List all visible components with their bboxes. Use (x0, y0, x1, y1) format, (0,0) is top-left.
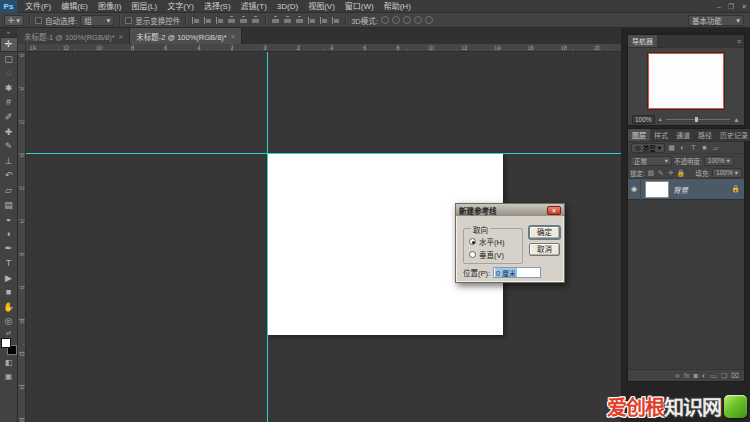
vertical-ruler[interactable]: 6420246810121416 (18, 52, 26, 422)
swap-colors-icon[interactable]: ⇄ (6, 329, 11, 337)
tool[interactable]: ↶ (0, 168, 18, 183)
filter-type-icon[interactable]: T (689, 142, 698, 154)
tool[interactable]: ⊥ (0, 154, 18, 169)
blend-mode-dropdown[interactable]: 正常 ▾ (630, 156, 672, 166)
panel-tab[interactable]: 历史记录 (716, 129, 750, 141)
restore-icon[interactable]: ❐ (728, 0, 734, 13)
filter-shape-icon[interactable]: ■ (700, 142, 709, 154)
screen-mode-icon[interactable]: ▣ (0, 370, 18, 384)
tool[interactable]: ◒ (0, 212, 18, 227)
align-vcenter-icon[interactable] (239, 16, 248, 25)
menu-item[interactable]: 帮助(H) (379, 0, 416, 13)
tab-navigator[interactable]: 导航器 (628, 35, 657, 47)
zoom-out-icon[interactable]: ▲ (658, 116, 663, 122)
cancel-button[interactable]: 取消 (529, 243, 560, 256)
3d-roll-icon[interactable] (392, 16, 400, 24)
vertical-radio[interactable] (469, 251, 476, 258)
align-top-icon[interactable] (227, 16, 236, 25)
tool[interactable]: ✎ (0, 139, 18, 154)
visibility-eye-icon[interactable]: ◉ (628, 179, 641, 200)
panel-menu-icon[interactable]: ≡ (737, 35, 744, 47)
layer-style-icon[interactable]: fx (684, 370, 689, 382)
align-bottom-icon[interactable] (251, 16, 260, 25)
dialog-title-bar[interactable]: 新建参考线 ✕ (456, 204, 564, 216)
adjustment-layer-icon[interactable]: ◐ (702, 370, 706, 382)
layer-thumbnail[interactable] (645, 181, 669, 198)
menu-item[interactable]: 3D(D) (272, 0, 303, 13)
menu-item[interactable]: 窗口(W) (340, 0, 379, 13)
align-left-icon[interactable] (191, 16, 200, 25)
lock-image-icon[interactable]: ✎ (657, 169, 665, 177)
menu-item[interactable]: 图像(I) (93, 0, 127, 13)
tool[interactable]: ✋ (0, 300, 18, 315)
filter-kind-dropdown[interactable]: ◎ 类型 ▾ (631, 143, 665, 153)
menu-item[interactable]: 文字(Y) (162, 0, 199, 13)
distribute-hcenter-icon[interactable] (319, 16, 328, 25)
new-layer-icon[interactable]: ❏ (721, 370, 727, 382)
zoom-slider[interactable] (666, 119, 730, 120)
new-group-icon[interactable]: ▭ (710, 370, 717, 382)
lock-transparency-icon[interactable]: ▨ (647, 169, 655, 177)
tool[interactable]: ◖ (0, 227, 18, 242)
tool[interactable]: ✱ (0, 81, 18, 96)
foreground-color-swatch[interactable] (1, 338, 11, 348)
3d-rotate-icon[interactable] (381, 16, 389, 24)
horizontal-radio[interactable] (469, 238, 476, 245)
menu-item[interactable]: 图层(L) (126, 0, 162, 13)
distribute-right-icon[interactable] (331, 16, 340, 25)
distribute-bottom-icon[interactable] (295, 16, 304, 25)
zoom-slider-thumb[interactable] (695, 117, 698, 122)
horizontal-ruler[interactable]: 16141210864202468101214161820 (26, 44, 621, 52)
workspace-dropdown[interactable]: 基本功能 ▾ (688, 15, 744, 26)
distribute-vcenter-icon[interactable] (283, 16, 292, 25)
close-icon[interactable]: ✕ (741, 0, 747, 13)
show-transform-checkbox[interactable] (125, 17, 132, 24)
tool[interactable]: ✚ (0, 125, 18, 140)
tool[interactable]: ■ (0, 285, 18, 300)
ok-button[interactable]: 确定 (529, 226, 560, 239)
document-tab-1[interactable]: 未标题-1 @ 100%(RGB/8)* × (18, 28, 130, 44)
menu-item[interactable]: 文件(F) (20, 0, 56, 13)
align-right-icon[interactable] (215, 16, 224, 25)
distribute-top-icon[interactable] (271, 16, 280, 25)
panel-tab[interactable]: 路径 (694, 129, 716, 141)
tool[interactable]: ✛ (0, 37, 18, 52)
auto-select-dropdown[interactable]: 组 ▾ (80, 15, 114, 26)
tool[interactable]: ◎ (0, 314, 18, 329)
layer-row-background[interactable]: ◉ 背景 🔒 (628, 179, 744, 200)
tool[interactable]: ▢ (0, 52, 18, 67)
menu-item[interactable]: 视图(V) (303, 0, 340, 13)
tool[interactable]: ▱ (0, 183, 18, 198)
distribute-left-icon[interactable] (307, 16, 316, 25)
menu-item[interactable]: 选择(S) (199, 0, 236, 13)
auto-select-checkbox[interactable] (35, 17, 42, 24)
3d-drag-icon[interactable] (403, 16, 411, 24)
lock-position-icon[interactable]: ✛ (667, 169, 675, 177)
minimize-icon[interactable]: – (717, 0, 721, 13)
document-tab-2[interactable]: 未标题-2 @ 100%(RGB/8)* × (130, 28, 242, 44)
tool[interactable]: ◌ (0, 66, 18, 81)
lock-all-icon[interactable]: 🔒 (677, 169, 685, 177)
tool[interactable]: ▤ (0, 198, 18, 213)
fill-field[interactable]: 100% ▾ (712, 168, 742, 178)
close-tab-icon[interactable]: × (231, 32, 236, 41)
3d-scale-icon[interactable] (425, 16, 433, 24)
zoom-in-icon[interactable]: ▲ (733, 116, 740, 123)
panel-tab[interactable]: 样式 (650, 129, 672, 141)
link-layers-icon[interactable]: ∞ (675, 370, 680, 382)
navigator-zoom-field[interactable]: 100% (632, 115, 655, 124)
align-hcenter-icon[interactable] (203, 16, 212, 25)
3d-slide-icon[interactable] (414, 16, 422, 24)
ruler-origin[interactable] (18, 44, 26, 52)
menu-item[interactable]: 滤镜(T) (236, 0, 272, 13)
opacity-field[interactable]: 100% ▾ (704, 156, 734, 166)
horizontal-guide[interactable] (26, 153, 621, 154)
current-tool-chip[interactable]: ✛ ▾ (4, 15, 24, 26)
tool[interactable]: ✒ (0, 241, 18, 256)
filter-smartobject-icon[interactable]: ▱ (711, 142, 720, 154)
tool[interactable]: # (0, 95, 18, 110)
tool[interactable]: T (0, 256, 18, 271)
layer-name[interactable]: 背景 (673, 184, 731, 195)
vertical-guide[interactable] (267, 52, 268, 422)
quick-mask-icon[interactable]: ◧ (0, 356, 18, 370)
